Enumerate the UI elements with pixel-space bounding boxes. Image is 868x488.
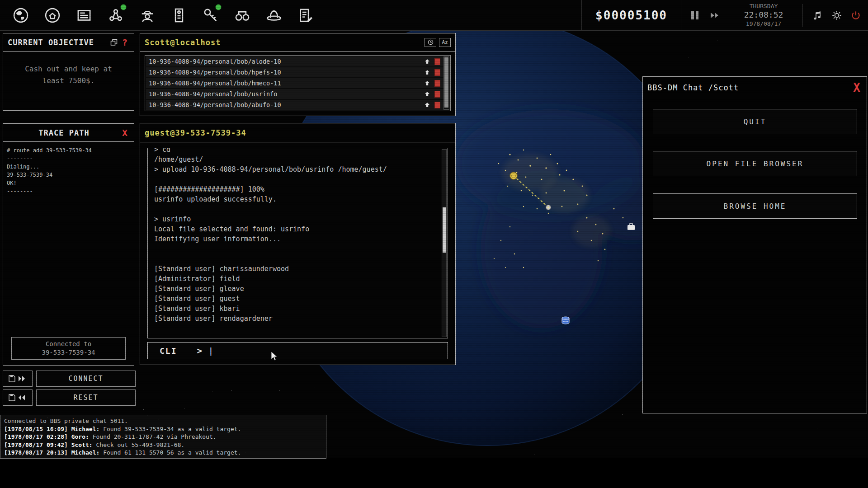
objective-panel: CURRENT OBJECTIVE ? Cash out and keep at… [3,33,134,111]
hacker-button[interactable] [135,3,160,28]
terminal-line: Local file selected and found: usrinfo [154,225,441,235]
fast-forward-icon [708,11,721,20]
newspaper-button[interactable] [71,3,97,28]
terminal-line: > upload 10-936-4088-94/personal/bob/usr… [154,165,441,175]
hat-button[interactable] [261,3,287,28]
terminal-line: [Standard user] guest [154,295,441,305]
delete-button[interactable] [434,58,440,65]
scrollbar-handle[interactable] [443,207,446,252]
missions-button[interactable] [293,3,318,28]
node-marker[interactable] [546,205,551,210]
disk-rewind-icon [8,393,28,402]
network-button[interactable] [103,3,128,28]
terminal-scrollbar[interactable] [442,149,447,337]
terminal-line: [Administrator] field [154,275,441,285]
scrollbar-handle[interactable] [444,57,448,108]
home-network-icon [43,6,62,25]
handcuffs-icon [233,6,252,25]
coin-marker[interactable] [510,172,517,179]
database-marker[interactable] [562,317,569,324]
key-button[interactable] [198,3,223,28]
trace-line: 39-533-7539-34 [7,171,130,179]
home-network-button[interactable] [40,3,65,28]
gear-icon [831,9,843,21]
upload-button[interactable] [422,80,433,86]
browse-home-button[interactable]: BROWSE HOME [653,193,857,219]
quit-button[interactable]: QUIT [653,109,857,134]
file-row[interactable]: 10-936-4088-94/personal/bob/hmeco-11 [146,78,449,88]
terminal-panel: guest@39-533-7539-34 > cd /home/guest/ >… [140,123,456,365]
terminal-line [154,205,441,215]
top-toolbar: $00005100 THURSDAY 22:08:52 1978/08/17 [0,0,868,31]
popout-button[interactable] [108,39,120,46]
terminal-line: > cd [154,148,441,155]
file-row[interactable]: 10-936-4088-94/personal/bob/usrinfo [146,89,449,99]
chat-line: [1978/08/17 02:28] Goro: Found 20-311-17… [4,433,322,441]
files-titlebar: Scott@localhost Az [140,33,455,52]
chat-line: [1978/08/17 20:13] Michael: Found 61-131… [4,449,322,457]
prompt-icon: > [197,346,202,356]
fast-forward-button[interactable] [708,11,721,20]
upload-icon [425,59,430,64]
terminal-titlebar: guest@39-533-7539-34 [140,123,455,142]
connect-button[interactable]: CONNECT [36,371,136,387]
settings-button[interactable] [831,9,843,21]
close-button[interactable]: X [851,81,862,94]
help-button[interactable]: ? [120,37,129,48]
clock-display: THURSDAY 22:08:52 1978/08/17 [736,3,791,28]
missions-icon [296,6,315,25]
open-file-browser-button[interactable]: OPEN FILE BROWSER [653,151,857,176]
upload-icon [425,91,430,97]
terminal-line: /home/guest/ [154,155,441,165]
delete-button[interactable] [434,80,440,87]
file-row[interactable]: 10-936-4088-94/personal/bob/hpefs-10 [146,67,449,77]
pause-button[interactable] [691,11,698,19]
objective-text: Cash out and keep at least 7500$. [3,52,134,98]
cassette-button[interactable] [166,3,192,28]
upload-button[interactable] [422,59,433,64]
file-row[interactable]: 10-936-4088-94/personal/bob/abufo-10 [146,100,449,110]
upload-button[interactable] [422,91,433,97]
close-button[interactable]: X [120,127,129,138]
upload-icon [425,70,430,75]
terminal-title: guest@39-533-7539-34 [145,128,246,137]
money-display: $00005100 [581,0,681,30]
terminal-line: [Standard user] gleave [154,285,441,295]
sort-button[interactable]: Az [439,38,451,47]
history-button[interactable] [425,38,436,47]
bbs-chat-log: Connected to BBS private chat 5011. [197… [0,415,326,459]
handcuffs-button[interactable] [230,3,255,28]
save-rewind-button[interactable] [3,389,33,406]
disk-forward-icon [8,374,28,383]
chat-line: Connected to BBS private chat 5011. [4,417,322,425]
reset-button[interactable]: RESET [36,389,136,406]
files-header-buttons: Az [425,38,451,47]
terminal-line: [Standard user] charissaunderwood [154,265,441,275]
terminal-output[interactable]: > cd /home/guest/ > upload 10-936-4088-9… [147,148,448,338]
terminal-line: Identifying user information... [154,235,441,245]
delete-button[interactable] [434,102,440,108]
trace-path-panel: TRACE PATH X # route add 39-533-7539-34 … [3,123,134,366]
delete-button[interactable] [434,69,440,76]
toolbar-icon-group [0,3,318,28]
system-icon-group [802,4,868,27]
dm-titlebar: BBS-DM Chat /Scott X [643,77,867,99]
notification-badge [120,4,127,10]
file-list: 10-936-4088-94/personal/bob/alode-10 10-… [145,55,451,111]
delete-button[interactable] [434,91,440,98]
upload-button[interactable] [422,102,433,108]
file-scrollbar[interactable] [443,56,449,110]
cli-input[interactable]: CLI > | [147,342,448,359]
file-row[interactable]: 10-936-4088-94/personal/bob/alode-10 [146,56,449,66]
popout-icon [110,39,118,46]
power-button[interactable] [850,9,862,21]
terminal-line [154,255,441,265]
pause-icon [691,11,694,19]
save-play-button[interactable] [3,371,33,387]
terminal-line: > usrinfo [154,215,441,225]
terminal-line: [####################] 100% [154,185,441,195]
world-map-button[interactable] [8,3,33,28]
music-button[interactable] [812,9,824,21]
clock-icon [428,39,434,45]
upload-button[interactable] [422,70,433,75]
